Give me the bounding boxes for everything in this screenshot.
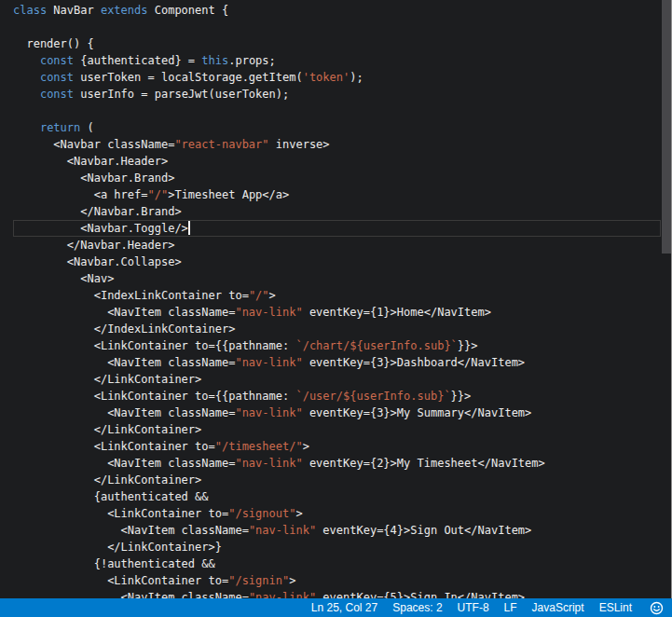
text-cursor xyxy=(188,221,190,235)
token-text: <LinkContainer to= xyxy=(13,574,228,587)
token-text: eventKey={2}>My Timesheet</NavItem> xyxy=(303,457,545,470)
token-text: <Nav> xyxy=(13,272,114,285)
token-keyword: const xyxy=(40,71,74,84)
token-text: <Navbar.Brand> xyxy=(13,171,174,185)
code-line[interactable]: <LinkContainer to="/timesheet/"> xyxy=(0,438,672,455)
token-text: }}> xyxy=(458,339,478,352)
code-line[interactable]: <Navbar.Collapse> xyxy=(0,254,672,270)
code-line[interactable]: <LinkContainer to="/signin"> xyxy=(0,572,672,589)
token-text xyxy=(13,121,40,134)
token-text: ( xyxy=(80,121,93,134)
token-text: <LinkContainer to={{pathname: xyxy=(13,390,295,403)
token-text: <LinkContainer to= xyxy=(13,507,228,520)
code-line[interactable]: <LinkContainer to={{pathname: `/user/${u… xyxy=(0,388,672,404)
code-editor-window: class NavBar extends Component { render(… xyxy=(0,0,672,617)
code-line[interactable]: </LinkContainer>} xyxy=(0,539,672,555)
code-line[interactable] xyxy=(0,19,672,35)
code-line-current[interactable]: <Navbar.Toggle/> xyxy=(0,220,672,237)
token-string: "nav-link" xyxy=(249,591,316,598)
status-eol[interactable]: LF xyxy=(504,601,517,614)
code-area[interactable]: class NavBar extends Component { render(… xyxy=(0,2,672,598)
code-line[interactable]: </Navbar.Header> xyxy=(0,237,672,254)
token-text: eventKey={4}>Sign Out</NavItem> xyxy=(316,524,531,537)
status-language-mode[interactable]: JavaScript xyxy=(532,601,584,614)
token-text: > xyxy=(269,289,276,302)
token-string: "/" xyxy=(148,188,169,201)
editor-pane[interactable]: class NavBar extends Component { render(… xyxy=(0,0,672,598)
token-text: <Navbar className= xyxy=(13,138,174,151)
code-line[interactable]: <Navbar.Brand> xyxy=(0,170,672,186)
code-line[interactable]: <IndexLinkContainer to="/"> xyxy=(0,287,672,304)
status-encoding[interactable]: UTF-8 xyxy=(458,601,489,614)
code-line[interactable]: const userInfo = parseJwt(userToken); xyxy=(0,86,672,103)
code-line[interactable]: <NavItem className="nav-link" eventKey={… xyxy=(0,589,672,598)
code-line[interactable]: {authenticated && xyxy=(0,488,672,505)
token-text: </IndexLinkContainer> xyxy=(13,322,235,336)
code-line[interactable]: <NavItem className="nav-link" eventKey={… xyxy=(0,455,672,472)
token-text: .props; xyxy=(228,54,276,67)
code-line[interactable]: <Nav> xyxy=(0,270,672,287)
token-string: 'token' xyxy=(303,71,350,84)
token-text: }}> xyxy=(451,390,472,403)
code-line[interactable]: <LinkContainer to={{pathname: `/chart/${… xyxy=(0,337,672,354)
token-string: "/" xyxy=(249,289,269,302)
status-cursor-position[interactable]: Ln 25, Col 27 xyxy=(311,601,377,614)
token-text: eventKey={3}>Dashboard</NavItem> xyxy=(303,356,525,369)
token-string: "nav-link" xyxy=(235,406,302,419)
token-text: <LinkContainer to= xyxy=(13,440,215,453)
token-text: Component { xyxy=(148,4,229,17)
code-line[interactable]: <Navbar.Header> xyxy=(0,153,672,170)
token-text: userInfo = parseJwt(userToken); xyxy=(74,88,289,101)
token-text: {authenticated && xyxy=(13,490,209,503)
scrollbar-thumb[interactable] xyxy=(662,0,671,254)
token-keyword: class xyxy=(13,4,47,17)
code-line[interactable]: <NavItem className="nav-link" eventKey={… xyxy=(0,404,672,421)
code-line[interactable]: <a href="/">Timesheet App</a> xyxy=(0,186,672,203)
code-line[interactable]: </Navbar.Brand> xyxy=(0,203,672,220)
code-line[interactable]: const {authenticated} = this.props; xyxy=(0,52,672,69)
code-line[interactable]: <NavItem className="nav-link" eventKey={… xyxy=(0,522,672,539)
code-line[interactable]: </LinkContainer> xyxy=(0,371,672,388)
token-text: NavBar xyxy=(47,4,101,17)
token-string: "react-navbar" xyxy=(174,138,268,151)
token-text: <Navbar.Header> xyxy=(13,155,168,168)
code-line[interactable]: </LinkContainer> xyxy=(0,472,672,488)
token-text: <LinkContainer to={{pathname: xyxy=(13,339,295,352)
token-text: >Timesheet App</a> xyxy=(168,188,289,201)
token-string: "nav-link" xyxy=(249,524,316,537)
code-line[interactable]: class NavBar extends Component { xyxy=(0,2,672,19)
code-line[interactable] xyxy=(0,103,672,119)
token-text: <NavItem className= xyxy=(13,591,249,598)
status-indentation[interactable]: Spaces: 2 xyxy=(392,601,442,614)
token-text: eventKey={5}>Sign In</NavItem> xyxy=(316,591,525,598)
token-text xyxy=(13,71,40,84)
token-text: </Navbar.Header> xyxy=(13,239,174,252)
token-text: > xyxy=(289,574,295,587)
code-line[interactable]: <LinkContainer to="/signout"> xyxy=(0,505,672,522)
token-text: > xyxy=(295,507,302,520)
code-line[interactable]: </LinkContainer> xyxy=(0,421,672,438)
token-string: "nav-link" xyxy=(235,356,302,369)
token-text: eventKey={3}>My Summary</NavItem> xyxy=(303,406,532,419)
code-line[interactable]: <Navbar className="react-navbar" inverse… xyxy=(0,136,672,153)
token-text: </Navbar.Brand> xyxy=(13,205,182,218)
token-string: "/signout" xyxy=(228,507,295,520)
token-keyword: this xyxy=(201,54,228,67)
token-text: <NavItem className= xyxy=(13,406,235,419)
status-eslint-status[interactable]: ESLint xyxy=(599,601,632,614)
token-text: <IndexLinkContainer to= xyxy=(13,289,249,302)
code-line[interactable]: return ( xyxy=(0,119,672,136)
code-line[interactable]: <NavItem className="nav-link" eventKey={… xyxy=(0,354,672,371)
token-text: <NavItem className= xyxy=(13,524,249,537)
code-line[interactable]: <NavItem className="nav-link" eventKey={… xyxy=(0,304,672,321)
code-line[interactable]: </IndexLinkContainer> xyxy=(0,321,672,337)
token-text: eventKey={1}>Home</NavItem> xyxy=(303,306,491,319)
status-bar: Ln 25, Col 27Spaces: 2UTF-8LFJavaScriptE… xyxy=(0,598,672,617)
code-line[interactable]: const userToken = localStorage.getItem('… xyxy=(0,69,672,86)
token-string: "/timesheet/" xyxy=(215,440,303,453)
code-line[interactable]: {!authenticated && xyxy=(0,555,672,572)
feedback-smiley-icon[interactable] xyxy=(650,601,664,615)
token-text: <NavItem className= xyxy=(13,306,235,319)
code-line[interactable]: render() { xyxy=(0,35,672,52)
token-text: ); xyxy=(350,71,363,84)
